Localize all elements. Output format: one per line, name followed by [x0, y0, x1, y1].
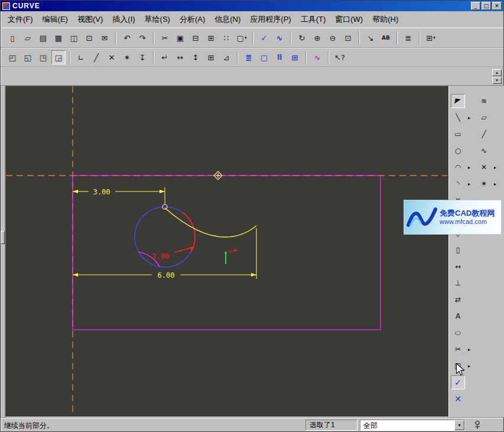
selection-filter-button[interactable]: ▢▾: [235, 31, 249, 45]
menu-window[interactable]: 窗口(W): [330, 12, 368, 27]
dim-bottom-label[interactable]: 6.00: [158, 271, 175, 280]
zoom-window-button[interactable]: ⊡: [341, 31, 355, 45]
pan-button[interactable]: ↘: [363, 31, 378, 45]
menu-analysis[interactable]: 分析(A): [175, 12, 210, 27]
cancel-sketch-button[interactable]: ✕: [451, 392, 465, 406]
zoom-out-button[interactable]: ⊖: [326, 31, 340, 45]
quick-trim-tool[interactable]: ✂▸: [451, 342, 465, 356]
sheet-button[interactable]: ≣: [242, 50, 256, 64]
clipboard-pattern-button[interactable]: ∷: [219, 31, 233, 45]
menu-view[interactable]: 视图(V): [73, 12, 108, 27]
rectangle-tool[interactable]: ▭: [451, 127, 465, 141]
sketch-line-button[interactable]: ╱: [89, 50, 103, 64]
window-tile-button[interactable]: ◱: [21, 50, 35, 64]
derived-lines-tool[interactable]: ▯: [451, 243, 465, 257]
fit-horizontal-button[interactable]: ↔: [173, 50, 187, 64]
menu-sketch[interactable]: 草绘(S): [140, 12, 175, 27]
toolbar-sketcher: ◰◱◳◲ ∟╱✕✶↧ ↵↔↕⊞⊿ ≣▢⠿⊞ ∿ ↖?: [1, 48, 503, 67]
dim-radius-label[interactable]: 2.00: [152, 252, 170, 261]
dashed-box-button[interactable]: ▢: [257, 50, 271, 64]
sketch-point-button[interactable]: ✕: [105, 50, 119, 64]
window-cascade-button[interactable]: ◰: [5, 50, 19, 64]
dimension-tool[interactable]: ↔: [451, 259, 465, 274]
sketch-canvas[interactable]: 3.00 2.00: [6, 86, 447, 415]
finish-sketch-button[interactable]: ✓: [451, 375, 465, 389]
sketch-yellow-arc[interactable]: [165, 208, 256, 237]
rename-button[interactable]: AB: [379, 31, 393, 45]
refresh-button[interactable]: ↻: [295, 31, 309, 45]
splitter-handle[interactable]: [1, 231, 5, 244]
menu-insert[interactable]: 插入(I): [108, 12, 139, 27]
zoom-in-button[interactable]: ⊕: [310, 31, 324, 45]
aux-point-x-tool[interactable]: ✕▸: [477, 160, 491, 174]
aux-spline-tool[interactable]: ∿: [477, 144, 491, 158]
menu-application[interactable]: 应用程序(P): [245, 12, 295, 27]
grid-snap-button[interactable]: ⊞: [204, 50, 218, 64]
sketch-check-button[interactable]: ✓: [257, 31, 271, 45]
snapshot-button[interactable]: ⊡: [82, 31, 96, 45]
dimension-radius[interactable]: 2.00: [152, 247, 195, 261]
constraints-tool[interactable]: ⊥: [451, 276, 465, 290]
fillet-tool[interactable]: ◝▸: [451, 177, 465, 191]
toolbar-scroll-down-button[interactable]: ▼: [492, 77, 502, 84]
dot-grid-button[interactable]: ⠿: [272, 50, 287, 64]
curve-analysis-button-icon: ∿: [314, 53, 321, 62]
circle-tool[interactable]: ○: [451, 144, 465, 158]
redo-button[interactable]: ↷: [135, 31, 149, 45]
sketch-star-button[interactable]: ✶: [120, 50, 134, 64]
menu-information[interactable]: 信息(N): [210, 12, 245, 27]
toolbar-separator: [153, 31, 154, 44]
cut-button[interactable]: ✂: [158, 31, 172, 45]
dimension-top[interactable]: 3.00: [73, 187, 165, 204]
undo-button[interactable]: ↶: [120, 31, 134, 45]
save-button[interactable]: ▤: [36, 31, 50, 45]
send-button[interactable]: ✉: [97, 31, 112, 45]
aux-divide-tool[interactable]: ╱: [477, 127, 491, 141]
fit-vertical-button[interactable]: ↕: [188, 50, 203, 64]
copy-button[interactable]: ▣: [173, 31, 187, 45]
window-single-button[interactable]: ◲: [51, 50, 66, 64]
menu-edit[interactable]: 编辑(E): [38, 12, 73, 27]
drawing-canvas[interactable]: 3.00 2.00: [5, 86, 449, 417]
line-tool[interactable]: ╲▸: [451, 111, 465, 125]
context-help-button[interactable]: ↖?: [333, 50, 347, 64]
view-layout-button[interactable]: ⊞▾: [424, 31, 438, 45]
sketch-profile-button[interactable]: ∟: [74, 50, 88, 64]
cut-button-icon: ✂: [162, 34, 168, 43]
maximize-button[interactable]: □: [482, 2, 491, 10]
toolbar-scroll-up-button[interactable]: ▲: [492, 69, 502, 76]
selection-filter-combobox[interactable]: 全部 ▼: [360, 420, 465, 431]
grid-output-button[interactable]: ⊞: [288, 50, 302, 64]
return-button[interactable]: ↵: [158, 50, 172, 64]
new-button[interactable]: ▯: [5, 31, 19, 45]
menu-file[interactable]: 文件(F): [3, 12, 38, 27]
convert-reference-tool[interactable]: ⇄: [451, 293, 465, 307]
curve-analysis-button[interactable]: ∿: [310, 50, 324, 64]
aux-pattern-tool[interactable]: ✶▸: [477, 177, 491, 191]
paste-button[interactable]: ⊟: [188, 31, 203, 45]
status-person-icon[interactable]: [473, 420, 482, 432]
print-button[interactable]: ▦: [51, 31, 66, 45]
paste-special-button[interactable]: ⊞: [204, 31, 218, 45]
aux-parallelogram-tool[interactable]: ▱: [477, 111, 491, 125]
slope-button[interactable]: ⊿: [219, 50, 233, 64]
menu-help[interactable]: 帮助(H): [368, 12, 403, 27]
menu-tools[interactable]: 工具(T): [296, 12, 331, 27]
aux-offset-tool[interactable]: ≋: [477, 94, 491, 108]
layers-button[interactable]: ≣: [401, 31, 415, 45]
curve-points-button[interactable]: ∿: [272, 31, 287, 45]
arc-tool[interactable]: ◠▸: [451, 160, 465, 174]
circle-tool-icon: ○: [455, 147, 461, 155]
ellipse-tool[interactable]: ○: [451, 326, 465, 340]
open-button[interactable]: ▱: [21, 31, 35, 45]
print-preview-button[interactable]: ◫: [67, 31, 81, 45]
text-tool[interactable]: A: [451, 309, 465, 323]
dropdown-arrow-button[interactable]: ▼: [454, 420, 464, 430]
sketch-offset-button[interactable]: ↧: [135, 50, 149, 64]
minimize-button[interactable]: _: [471, 2, 480, 10]
select-tool[interactable]: ◤: [451, 94, 465, 108]
close-button[interactable]: ✕: [492, 2, 502, 10]
zoom-group: ↻⊕⊖⊡: [295, 31, 355, 45]
dim-top-label[interactable]: 3.00: [93, 188, 110, 196]
window-split-button[interactable]: ◳: [36, 50, 50, 64]
